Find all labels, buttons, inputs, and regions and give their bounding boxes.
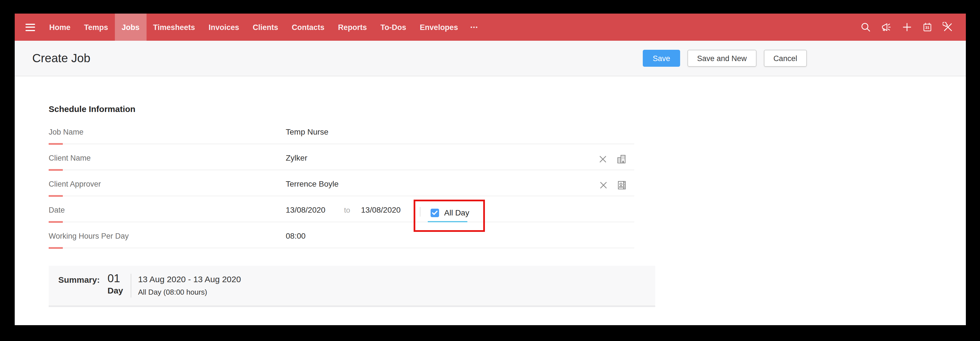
all-day-checkbox[interactable] <box>431 208 439 217</box>
client-approver-label: Client Approver <box>49 180 101 188</box>
navbar-icon-group: 31 <box>861 14 966 41</box>
section-title: Schedule Information <box>49 104 135 114</box>
nav-item-clients[interactable]: Clients <box>246 14 285 41</box>
nav-item-jobs[interactable]: Jobs <box>115 14 146 41</box>
required-marker <box>49 247 63 249</box>
header-buttons: Save Save and New Cancel <box>643 50 807 67</box>
nav-item-envelopes[interactable]: Envelopes <box>413 14 465 41</box>
nav-item-todos[interactable]: To-Dos <box>374 14 413 41</box>
tools-icon[interactable] <box>943 22 953 32</box>
summary-divider <box>131 274 131 297</box>
client-name-field[interactable]: Zylker <box>286 153 307 162</box>
client-lookup-icon[interactable] <box>617 154 626 164</box>
plus-icon[interactable] <box>902 22 912 32</box>
hamburger-menu-icon[interactable] <box>25 24 35 31</box>
summary-detail: All Day (08:00 hours) <box>138 288 207 296</box>
required-marker <box>49 195 63 197</box>
save-and-new-button[interactable]: Save and New <box>687 50 757 67</box>
date-end-field[interactable]: 13/08/2020 <box>361 205 401 214</box>
page-header: Create Job Save Save and New Cancel <box>15 41 966 76</box>
nav-item-temps[interactable]: Temps <box>77 14 115 41</box>
nav-item-timesheets[interactable]: Timesheets <box>146 14 202 41</box>
search-icon[interactable] <box>861 22 871 32</box>
client-name-row: Client Name Zylker <box>49 144 634 170</box>
required-marker <box>49 169 63 171</box>
screen: Home Temps Jobs Timesheets Invoices Clie… <box>0 0 980 341</box>
calendar-31-icon[interactable]: 31 <box>922 22 932 32</box>
job-name-row: Job Name Temp Nurse <box>49 118 634 144</box>
job-name-label: Job Name <box>49 128 83 136</box>
nav-item-invoices[interactable]: Invoices <box>202 14 246 41</box>
checkbox-check-icon <box>432 210 438 215</box>
nav-item-home[interactable]: Home <box>43 14 77 41</box>
client-name-label: Client Name <box>49 154 91 162</box>
all-day-control[interactable]: All Day <box>431 208 469 217</box>
date-start-field[interactable]: 13/08/2020 <box>286 205 325 214</box>
date-to-label: to <box>344 206 350 214</box>
form-rows: Job Name Temp Nurse Client Name Zylker <box>49 118 634 248</box>
summary-day-unit: Day <box>108 285 123 295</box>
cancel-button[interactable]: Cancel <box>764 50 807 67</box>
summary-day-count: 01 <box>108 272 120 285</box>
summary-panel: Summary: 01 Day 13 Aug 2020 - 13 Aug 202… <box>49 266 655 307</box>
nav-item-contacts[interactable]: Contacts <box>285 14 331 41</box>
summary-date-range: 13 Aug 2020 - 13 Aug 2020 <box>138 274 241 284</box>
contact-lookup-icon[interactable] <box>617 181 626 190</box>
summary-label: Summary: <box>58 275 100 284</box>
clear-icon[interactable] <box>599 155 606 163</box>
nav-overflow-icon[interactable]: ••• <box>465 14 484 41</box>
top-navbar: Home Temps Jobs Timesheets Invoices Clie… <box>15 14 966 41</box>
job-name-field[interactable]: Temp Nurse <box>286 127 328 136</box>
field-divider <box>420 207 420 217</box>
svg-text:31: 31 <box>925 25 929 30</box>
client-approver-row: Client Approver Terrence Boyle <box>49 170 634 196</box>
date-row: Date 13/08/2020 to 13/08/2020 All Day <box>49 196 634 222</box>
client-approver-field[interactable]: Terrence Boyle <box>286 179 339 188</box>
working-hours-label: Working Hours Per Day <box>49 232 129 240</box>
announcement-icon[interactable] <box>881 22 892 32</box>
required-marker <box>49 143 63 145</box>
required-marker <box>49 221 63 223</box>
all-day-label[interactable]: All Day <box>444 208 469 217</box>
working-hours-row: Working Hours Per Day 08:00 <box>49 222 634 248</box>
nav-item-reports[interactable]: Reports <box>331 14 374 41</box>
working-hours-field[interactable]: 08:00 <box>286 231 305 240</box>
date-label: Date <box>49 206 65 214</box>
page-title: Create Job <box>32 51 90 65</box>
app-window: Home Temps Jobs Timesheets Invoices Clie… <box>15 14 966 325</box>
save-button[interactable]: Save <box>643 50 680 67</box>
focus-underline <box>428 221 468 222</box>
clear-icon[interactable] <box>600 182 607 189</box>
